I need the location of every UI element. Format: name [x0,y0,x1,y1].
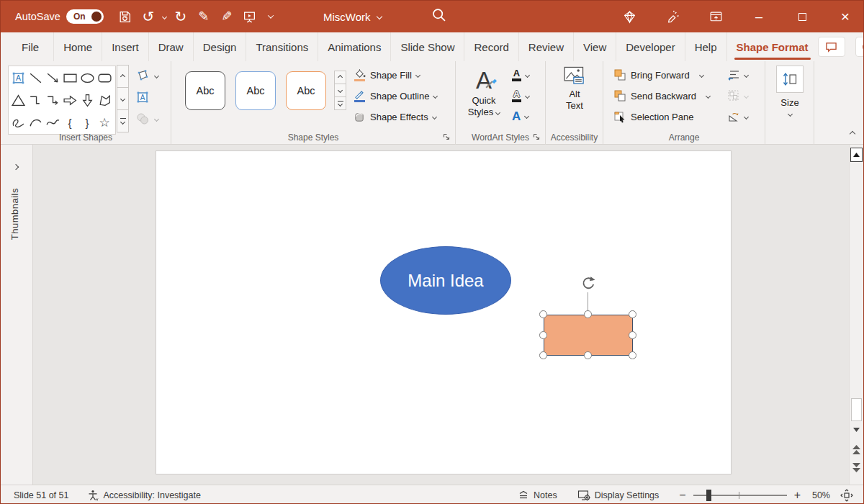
wordart-dialog-launcher-icon[interactable] [532,132,541,142]
tab-view[interactable]: View [574,32,616,61]
close-button[interactable]: × [834,6,856,27]
maximize-button[interactable] [791,6,813,27]
shape-oval-icon[interactable] [78,68,96,89]
zoom-slider[interactable] [693,490,787,501]
shape-left-brace-icon[interactable]: { [61,112,78,134]
undo-icon[interactable]: ↺ [138,6,158,27]
shape-line-icon[interactable] [27,68,44,89]
comments-button[interactable] [818,37,845,57]
size-button[interactable]: Size [775,66,804,116]
text-effects-button[interactable]: A [512,107,528,125]
tab-help[interactable]: Help [685,32,727,61]
expand-thumbnails-icon[interactable] [13,164,19,170]
shape-triangle-icon[interactable] [9,90,27,112]
shape-star-icon[interactable]: ☆ [96,112,113,134]
tab-slide-show[interactable]: Slide Show [391,32,464,61]
selection-handle-se[interactable] [629,351,636,359]
save-icon[interactable] [115,6,135,27]
quick-styles-button[interactable]: A Quick Styles [462,65,506,119]
next-slide-button[interactable] [850,460,863,476]
selected-rectangle-shape[interactable] [544,315,633,356]
tab-draw[interactable]: Draw [149,32,194,61]
minimize-button[interactable]: – [748,6,770,27]
draw-pen-icon[interactable]: ✎ [194,6,214,27]
shape-style-preview-1[interactable]: Abc [185,71,225,110]
shape-curve-icon[interactable] [44,112,61,134]
shape-style-preview-2[interactable]: Abc [235,71,276,110]
tab-design[interactable]: Design [194,32,247,61]
shape-textbox-icon[interactable]: A [9,68,27,89]
selection-handle-n[interactable] [584,310,592,318]
notes-button[interactable]: Notes [518,490,557,500]
customize-qat-icon[interactable] [268,12,274,18]
alt-text-button[interactable]: Alt Text [554,66,595,112]
shape-rectangle-icon[interactable] [61,68,78,89]
tab-transitions[interactable]: Transitions [246,32,318,61]
styles-more-icon[interactable] [334,96,346,110]
scrollbar-thumb[interactable] [851,398,862,421]
gallery-scroll-up-icon[interactable] [117,65,129,88]
shape-arrow-down-icon[interactable] [78,90,96,112]
shape-elbow-arrow-connector-icon[interactable] [44,90,61,112]
shape-elbow-connector-icon[interactable] [27,90,44,112]
group-objects-button[interactable] [727,87,748,104]
collapse-ribbon-icon[interactable] [850,127,855,138]
tab-home[interactable]: Home [54,32,102,61]
selection-pane-button[interactable]: Selection Pane [613,108,693,125]
tab-shape-format[interactable]: Shape Format [727,32,818,61]
shape-rounded-rectangle-icon[interactable] [96,68,113,89]
selection-handle-nw[interactable] [539,310,547,318]
undo-dropdown-icon[interactable] [162,14,167,19]
ink-replay-icon[interactable]: ✎ [217,6,237,27]
tab-developer[interactable]: Developer [616,32,685,61]
slide-indicator[interactable]: Slide 51 of 51 [14,490,68,500]
tab-animations[interactable]: Animations [318,32,391,61]
shape-right-brace-icon[interactable]: } [78,112,96,134]
selection-handle-sw[interactable] [539,351,547,359]
selection-handle-e[interactable] [629,331,636,339]
accessibility-status[interactable]: Accessibility: Investigate [87,490,200,501]
shape-scribble-icon[interactable] [9,112,27,134]
rotate-handle-icon[interactable] [580,275,597,292]
tab-file[interactable]: File [12,32,54,61]
vertical-scrollbar[interactable] [849,145,863,485]
premium-diamond-icon[interactable] [618,6,640,27]
send-backward-button[interactable]: Send Backward [613,87,710,104]
thumbnails-panel-collapsed[interactable]: Thumbnails [1,145,33,485]
document-title[interactable]: MiscWork [323,1,382,32]
styles-scroll-up-icon[interactable] [334,71,346,84]
shape-arc-icon[interactable] [27,112,44,134]
align-button[interactable] [727,66,748,84]
selection-handle-ne[interactable] [629,310,636,318]
shape-freeform-icon[interactable] [96,90,113,112]
selection-handle-w[interactable] [539,331,547,339]
scroll-up-button[interactable] [850,148,863,162]
rotate-objects-button[interactable] [727,108,748,125]
zoom-level[interactable]: 50% [812,490,830,500]
shape-style-preview-3[interactable]: Abc [286,71,326,110]
text-outline-button[interactable]: A [512,87,529,104]
shape-outline-button[interactable]: Shape Outline [354,87,437,104]
ribbon-display-options-icon[interactable] [705,6,726,27]
autosave-toggle[interactable]: On [66,9,104,24]
bring-forward-button[interactable]: Bring Forward [613,66,703,84]
redo-icon[interactable]: ↻ [171,6,191,27]
fit-slide-to-window-button[interactable] [840,489,853,502]
shape-styles-dialog-launcher-icon[interactable] [442,132,451,142]
merge-shapes-button[interactable] [135,110,158,127]
main-idea-ellipse-shape[interactable]: Main Idea [380,246,511,315]
previous-slide-button[interactable] [850,442,863,458]
zoom-slider-thumb[interactable] [706,490,711,501]
insert-text-box-button[interactable]: A [135,89,150,106]
edit-shape-button[interactable] [135,67,158,84]
record-button[interactable] [855,37,864,57]
search-icon[interactable] [431,7,450,26]
shape-line-arrow-icon[interactable] [44,68,61,89]
slide[interactable]: Main Idea [156,150,732,474]
zoom-in-button[interactable]: + [794,489,801,502]
shape-arrow-right-icon[interactable] [61,90,78,112]
gallery-more-icon[interactable] [117,109,129,132]
feedback-pen-icon[interactable] [662,6,683,27]
start-slideshow-icon[interactable] [240,6,260,27]
gallery-scroll-down-icon[interactable] [117,87,129,110]
